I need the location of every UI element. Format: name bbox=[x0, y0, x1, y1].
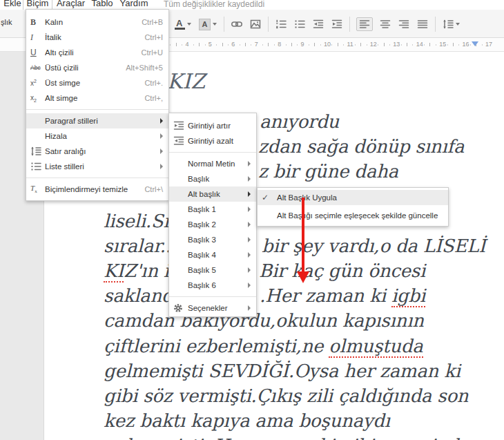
line-spacing-icon[interactable] bbox=[442, 17, 461, 31]
align-justify-icon[interactable] bbox=[416, 17, 429, 31]
align-right-icon[interactable] bbox=[398, 17, 410, 31]
menu-bar: Tüm değişiklikler kaydedildi EkleBiçimAr… bbox=[0, 0, 504, 10]
menu-item-seçenekler[interactable]: Seçenekler bbox=[169, 300, 256, 316]
indent-decrease-icon[interactable] bbox=[312, 17, 324, 31]
menubar-item-araçlar[interactable]: Araçlar bbox=[54, 0, 88, 10]
menu-item-girintiyi-artır[interactable]: Girintiyi artır bbox=[169, 118, 256, 133]
menu-item-başlık-4[interactable]: Başlık 4 bbox=[169, 247, 256, 262]
insert-image-icon[interactable] bbox=[249, 17, 262, 31]
align-left-icon[interactable] bbox=[356, 17, 373, 31]
ruler-number: 17 bbox=[485, 41, 492, 48]
ruler-tick bbox=[412, 44, 413, 46]
ruler-tick bbox=[251, 44, 251, 46]
underline-icon: U bbox=[30, 48, 45, 57]
document-text-line: .Her zaman ki igbi bbox=[260, 285, 425, 306]
document-text-line: anıyordu bbox=[260, 111, 339, 132]
italic-icon: I bbox=[30, 32, 45, 43]
saved-status[interactable]: Tüm değişiklikler kaydedildi bbox=[164, 0, 264, 10]
menu-item-alt-başlığı-seçimle-eşleşecek-şekilde-güncelle[interactable]: Alt Başlığı seçimle eşleşecek şekilde gü… bbox=[258, 205, 448, 226]
annotation-arrow-line bbox=[302, 198, 304, 272]
document-text-line: gelmemişti. Her zaman ki gibi neşesinden bbox=[104, 435, 481, 440]
submenu-arrow-icon bbox=[248, 176, 251, 182]
shortcut-label: Ctrl+. bbox=[144, 79, 163, 87]
ruler-tick bbox=[343, 44, 344, 46]
menu-item-liste-stilleri[interactable]: Liste stilleri bbox=[26, 159, 168, 174]
text-color-icon[interactable]: A bbox=[174, 17, 192, 32]
highlight-color-icon[interactable]: A bbox=[198, 17, 217, 32]
ruler-tick bbox=[240, 44, 240, 46]
ruler-indent-marker[interactable] bbox=[472, 41, 478, 46]
ruler-tick bbox=[228, 44, 229, 46]
paragraph-style-selector[interactable]: şlık bbox=[1, 18, 12, 26]
menu-item-girintiyi-azalt[interactable]: Girintiyi azalt bbox=[169, 133, 256, 149]
document-text-line: zdan sağa dönüp sınıfa bbox=[258, 136, 464, 157]
bold-icon: B bbox=[30, 17, 45, 28]
ruler-tick bbox=[453, 43, 454, 46]
menu-item-üstü-çizili[interactable]: AbcÜstü çiziliAlt+Shift+5 bbox=[26, 60, 168, 75]
submenu-arrow-icon bbox=[248, 237, 251, 242]
superscript-icon: x2 bbox=[30, 79, 45, 87]
annotation-arrow-head bbox=[297, 271, 309, 283]
menu-item-i-talik[interactable]: IİtalikCtrl+I bbox=[26, 30, 168, 45]
ruler-tick bbox=[458, 44, 459, 46]
menu-item-alt-başlık-uygula[interactable]: ✓Alt Başlık Uygula bbox=[258, 190, 448, 205]
ruler-tick bbox=[286, 44, 287, 46]
toolbar-separator bbox=[224, 17, 224, 32]
indent-decrease-icon bbox=[173, 135, 188, 146]
ruler-number: 4 bbox=[185, 41, 188, 48]
document-text-line: kez baktı kapıya ama boşunaydı bbox=[104, 410, 390, 431]
document-text-line: çiftlerini ezberlemişti,ne olmuştuda bbox=[104, 336, 423, 356]
bulleted-list-icon[interactable] bbox=[293, 17, 306, 31]
submenu-arrow-icon bbox=[160, 133, 163, 139]
ruler-number: 12 bbox=[370, 41, 377, 48]
submenu-arrow-icon bbox=[160, 149, 163, 154]
ruler-tick bbox=[182, 44, 182, 46]
ruler-tick bbox=[401, 44, 402, 46]
menu-item-kalın[interactable]: BKalınCtrl+B bbox=[26, 15, 168, 30]
menu-item-hizala[interactable]: Hizala bbox=[26, 128, 168, 144]
ruler-tick bbox=[482, 44, 483, 46]
menubar-item-yardım[interactable]: Yardım bbox=[118, 0, 150, 10]
menu-item-paragraf-stilleri[interactable]: Paragraf stilleri bbox=[26, 113, 168, 128]
ruler-tick bbox=[429, 43, 430, 46]
ruler-tick bbox=[268, 43, 269, 46]
numbered-list-icon[interactable] bbox=[275, 17, 287, 31]
menu-item-üst-simge[interactable]: x2Üst simgeCtrl+. bbox=[26, 75, 168, 90]
ruler-tick bbox=[378, 44, 378, 46]
strikethrough-icon: Abc bbox=[30, 64, 45, 71]
menubar-item-tablo[interactable]: Tablo bbox=[89, 0, 115, 10]
menu-item-satır-aralığı[interactable]: Satır aralığı bbox=[26, 144, 168, 159]
menu-item-başlık-2[interactable]: Başlık 2 bbox=[169, 217, 256, 232]
document-text-line: Bir kaç gün öncesi bbox=[259, 260, 425, 281]
align-center-icon[interactable] bbox=[379, 17, 391, 31]
insert-link-icon[interactable] bbox=[231, 17, 243, 31]
submenu-arrow-icon bbox=[248, 191, 251, 197]
menu-item-başlık-5[interactable]: Başlık 5 bbox=[169, 262, 256, 278]
menu-item-altı-çizili[interactable]: UAltı çiziliCtrl+U bbox=[26, 45, 168, 60]
shortcut-label: Ctrl+\ bbox=[144, 185, 163, 193]
menu-item-başlık[interactable]: Başlık bbox=[169, 171, 256, 186]
menubar-item-biçim[interactable]: Biçim bbox=[23, 0, 52, 10]
ruler-tick bbox=[367, 44, 367, 46]
ruler-tick bbox=[170, 44, 171, 46]
indent-increase-icon[interactable] bbox=[331, 17, 343, 31]
menu-item-başlık-1[interactable]: Başlık 1 bbox=[169, 202, 256, 217]
menu-item-biçimlendirmeyi-temizle[interactable]: TxBiçimlendirmeyi temizleCtrl+\ bbox=[26, 182, 168, 197]
menu-item-başlık-3[interactable]: Başlık 3 bbox=[169, 232, 256, 247]
ruler-tick bbox=[407, 43, 407, 46]
checkmark-icon: ✓ bbox=[262, 193, 277, 202]
subtitle-menu: ✓Alt Başlık UygulaAlt Başlığı seçimle eş… bbox=[257, 187, 449, 227]
ruler-tick bbox=[447, 44, 448, 46]
menu-item-alt-başlık[interactable]: Alt başlık bbox=[169, 186, 256, 202]
menu-item-normal-metin[interactable]: Normal Metin bbox=[169, 156, 256, 171]
ruler-tick bbox=[384, 43, 385, 46]
ruler-number: 7 bbox=[255, 41, 258, 48]
line-spacing-icon bbox=[30, 146, 45, 157]
menu-item-başlık-6[interactable]: Başlık 6 bbox=[169, 278, 256, 293]
toolbar-separator bbox=[349, 17, 350, 32]
ruler-number: 14 bbox=[416, 41, 423, 48]
ruler-number: 9 bbox=[301, 41, 304, 48]
menu-item-alt-simge[interactable]: x2Alt simgeCtrl+, bbox=[26, 90, 168, 106]
shortcut-label: Ctrl+, bbox=[144, 94, 163, 102]
menubar-item-ekle[interactable]: Ekle bbox=[2, 0, 23, 10]
